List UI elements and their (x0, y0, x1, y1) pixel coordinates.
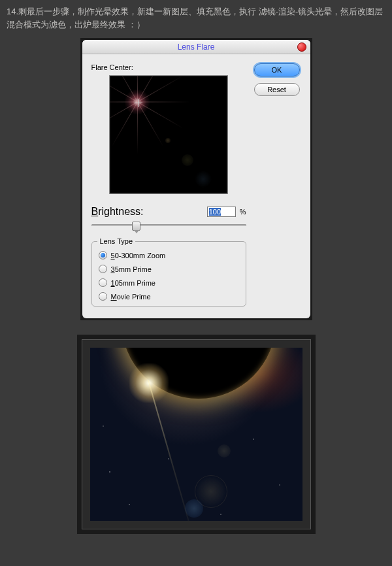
lens-type-group: Lens Type 50-300mm Zoom 35mm Prime 105mm… (91, 241, 246, 307)
result-frame (82, 339, 311, 529)
ok-button[interactable]: OK (254, 63, 300, 76)
radio-label: Movie Prime (111, 293, 151, 301)
radio-35mm[interactable]: 35mm Prime (99, 265, 239, 273)
dialog-left-column: Flare Center: Brightness: (91, 63, 246, 307)
dialog-titlebar: Lens Flare (82, 40, 310, 54)
dialog-right-column: OK Reset (254, 63, 301, 307)
radio-105mm[interactable]: 105mm Prime (99, 278, 239, 287)
radio-icon (99, 251, 107, 259)
radio-label: 105mm Prime (111, 279, 155, 287)
radio-movie[interactable]: Movie Prime (99, 292, 239, 301)
lens-flare-dialog: Lens Flare Flare Center: (82, 40, 310, 318)
brightness-unit: % (240, 208, 246, 216)
radio-50-300mm[interactable]: 50-300mm Zoom (99, 251, 239, 259)
preview-artifact-1 (165, 138, 171, 143)
preview-rays (137, 102, 139, 103)
lens-type-legend: Lens Type (97, 237, 136, 245)
result-image (90, 348, 302, 521)
brightness-row: Brightness: 100 % (91, 206, 246, 218)
preview-artifact-2 (182, 154, 193, 166)
preview-artifact-3 (195, 171, 212, 188)
close-icon[interactable] (297, 42, 306, 52)
lens-artifact-2 (185, 499, 203, 518)
dialog-title: Lens Flare (178, 42, 215, 52)
instruction-text: 14.剩最后一步骤，制作光晕效果，新建一新图层、填充黑色，执行 滤镜-渲染-镜头… (0, 0, 392, 35)
flare-preview[interactable] (109, 75, 228, 194)
slider-track (91, 224, 246, 226)
radio-label: 35mm Prime (111, 265, 152, 273)
lens-artifact-3 (218, 444, 231, 458)
result-outer-frame (77, 335, 316, 534)
radio-label: 50-300mm Zoom (111, 252, 166, 259)
brightness-input[interactable]: 100 (207, 207, 236, 217)
brightness-slider[interactable] (91, 220, 246, 232)
radio-icon (99, 278, 107, 287)
reset-button[interactable]: Reset (254, 83, 300, 96)
slider-thumb[interactable] (132, 222, 140, 231)
brightness-label: Brightness: (91, 206, 144, 218)
dialog-outer-frame: Lens Flare Flare Center: (80, 38, 312, 320)
flare-center-label: Flare Center: (91, 63, 246, 71)
radio-icon (99, 292, 107, 301)
radio-icon (99, 265, 107, 273)
dialog-body: Flare Center: Brightness: (82, 54, 310, 318)
